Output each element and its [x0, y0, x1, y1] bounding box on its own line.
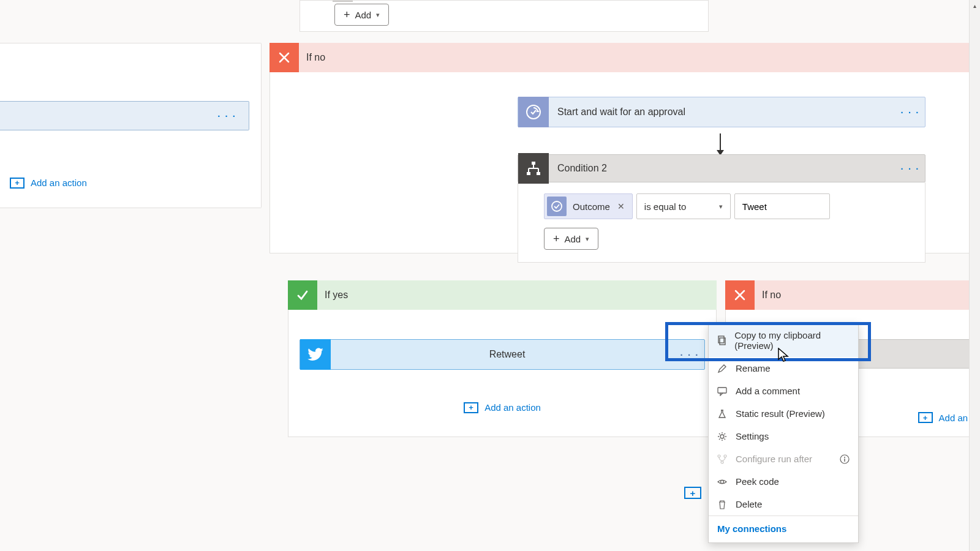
ctx-configure: Configure run after	[709, 448, 858, 470]
add-button-top[interactable]: + Add ▾	[334, 4, 389, 26]
info-icon[interactable]	[840, 454, 850, 464]
trash-icon	[717, 500, 728, 509]
nested-branches: If yes Retweet · · · + Add an action	[288, 280, 980, 437]
branch-header-no: If no	[270, 43, 980, 72]
branch-no-label: If no	[299, 52, 325, 63]
plus-icon: +	[553, 233, 560, 244]
ellipsis-icon[interactable]: · · ·	[217, 111, 236, 121]
yes-body: Retweet · · · + Add an action	[288, 310, 717, 437]
check-icon	[288, 280, 317, 310]
arrow-down-icon	[720, 133, 721, 151]
scroll-up-icon[interactable]: ▴	[970, 0, 980, 11]
ctx-comment-label: Add a comment	[736, 386, 800, 396]
ctx-comment[interactable]: Add a comment	[709, 380, 858, 402]
retweet-title: Retweet	[331, 349, 675, 360]
svg-rect-15	[844, 459, 845, 462]
operator-value: is equal to	[644, 201, 686, 212]
ctx-delete-label: Delete	[736, 499, 762, 509]
add-label: Add	[565, 234, 581, 244]
add-action-icon: +	[918, 412, 933, 423]
svg-point-16	[721, 480, 724, 483]
ctx-settings-label: Settings	[736, 431, 769, 441]
approval-mini-icon	[547, 197, 567, 216]
ctx-peek[interactable]: Peek code	[709, 470, 858, 493]
left-branch-partial: · · · + Add an action	[0, 43, 262, 208]
retweet-more-button[interactable]: · · ·	[675, 350, 704, 360]
add-action-yes[interactable]: + Add an action	[464, 402, 541, 413]
branch-no-label-nested: If no	[755, 290, 781, 301]
add-action-label: Add an action	[31, 178, 87, 188]
ellipsis-icon: · · ·	[901, 163, 920, 174]
approval-more-button[interactable]: · · ·	[895, 107, 925, 118]
vertical-scrollbar[interactable]: ▴	[969, 0, 980, 551]
gear-icon	[717, 432, 728, 441]
condition-more-button[interactable]: · · ·	[895, 163, 925, 174]
branch-no-body: Start and wait for an approval · · · Con…	[270, 72, 980, 253]
chip-label: Outcome	[569, 201, 614, 212]
svg-point-10	[718, 455, 720, 457]
approval-icon	[518, 97, 549, 127]
retweet-card[interactable]: Retweet · · ·	[300, 339, 705, 370]
condition-container: Condition 2 · · · Outcome ✕ is eq	[518, 154, 925, 263]
add-action-left[interactable]: + Add an action	[10, 178, 87, 189]
branch-yes-label: If yes	[317, 290, 348, 301]
svg-point-9	[720, 435, 724, 438]
add-action-icon: +	[10, 178, 24, 189]
ctx-connections[interactable]: My connections	[709, 515, 858, 542]
ellipsis-icon: · · ·	[901, 107, 920, 118]
condition-body: Outcome ✕ is equal to ▾ + Add ▾	[518, 182, 925, 263]
condition-value-input[interactable]	[734, 193, 830, 219]
approval-card[interactable]: Start and wait for an approval · · ·	[518, 97, 925, 127]
ctx-connections-label: My connections	[717, 523, 786, 534]
connector-stub	[333, 1, 353, 2]
condition-icon	[518, 153, 549, 184]
pencil-icon	[717, 364, 728, 373]
outcome-chip[interactable]: Outcome ✕	[544, 193, 633, 219]
ctx-copy-label: Copy to my clipboard (Preview)	[734, 330, 850, 351]
svg-rect-4	[537, 172, 540, 175]
branch-header-no-nested: If no	[725, 280, 980, 310]
cursor-icon	[777, 348, 790, 364]
twitter-icon	[300, 339, 331, 370]
add-label: Add	[355, 10, 372, 20]
operator-select[interactable]: is equal to ▾	[636, 193, 731, 219]
svg-point-14	[844, 457, 845, 458]
x-icon	[270, 43, 299, 72]
svg-marker-1	[536, 110, 540, 112]
eye-icon	[717, 477, 728, 487]
top-container: + Add ▾	[300, 0, 709, 32]
x-icon	[725, 280, 755, 310]
svg-point-11	[724, 455, 726, 457]
svg-rect-8	[718, 388, 726, 393]
condition-add-button[interactable]: + Add ▾	[544, 228, 598, 250]
if-no-branch: If no Start and wait for an approval · ·…	[270, 43, 980, 551]
chip-remove-icon[interactable]: ✕	[614, 201, 628, 211]
add-action-label: Add an action	[484, 402, 541, 413]
left-card-stub[interactable]: · · ·	[0, 101, 249, 130]
svg-point-12	[721, 461, 723, 463]
svg-point-5	[552, 201, 562, 211]
condition-row: Outcome ✕ is equal to ▾	[544, 193, 899, 219]
ctx-rename-label: Rename	[736, 363, 771, 373]
branch-icon	[717, 454, 728, 464]
chevron-down-icon: ▾	[376, 11, 380, 19]
condition-card[interactable]: Condition 2 · · ·	[518, 154, 925, 182]
ctx-static-label: Static result (Preview)	[736, 408, 825, 419]
chevron-down-icon: ▾	[719, 203, 723, 211]
ctx-configure-label: Configure run after	[736, 454, 812, 464]
ctx-peek-label: Peek code	[736, 476, 779, 487]
ctx-static[interactable]: Static result (Preview)	[709, 402, 858, 425]
flask-icon	[717, 409, 728, 419]
branch-header-yes: If yes	[288, 280, 717, 310]
svg-rect-3	[527, 172, 530, 175]
ctx-settings[interactable]: Settings	[709, 425, 858, 448]
flow-canvas: + Add ▾ · · · + Add an action If no	[0, 0, 980, 551]
ellipsis-icon: · · ·	[680, 350, 699, 360]
condition-title: Condition 2	[549, 163, 895, 174]
bottom-add-action-icon[interactable]: +	[684, 487, 703, 501]
nested-yes-column: If yes Retweet · · · + Add an action	[288, 280, 717, 437]
comment-icon	[717, 386, 728, 396]
chevron-down-icon: ▾	[586, 235, 589, 243]
ctx-delete[interactable]: Delete	[709, 493, 858, 515]
svg-rect-2	[532, 162, 535, 165]
